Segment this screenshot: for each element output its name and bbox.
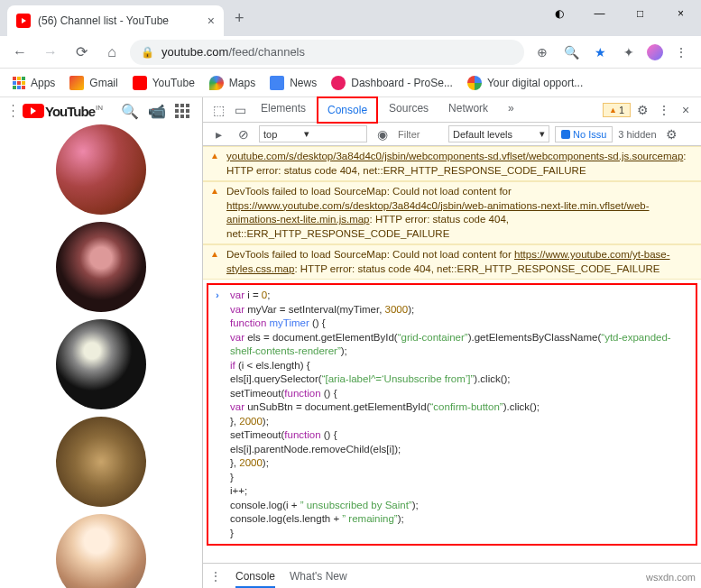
console-settings-icon[interactable]: ⚙	[662, 127, 682, 142]
channel-avatar[interactable]	[56, 514, 146, 588]
devtools-close-icon[interactable]: ×	[676, 103, 696, 117]
tab-title: (56) Channel list - YouTube	[38, 14, 200, 27]
drawer-tab-console[interactable]: Console	[235, 565, 275, 588]
tab-close-icon[interactable]: ×	[208, 14, 215, 28]
url-text: youtube.com/feed/channels	[161, 45, 305, 59]
devtools-tabs: ⬚ ▭ Elements Console Sources Network » 1…	[203, 97, 701, 123]
news-bookmark[interactable]: News	[264, 72, 322, 94]
sourcemap-link[interactable]: youtube.com/s/desktop/3a84d4c0/jsbin/web…	[226, 151, 683, 161]
browser-titlebar: (56) Channel list - YouTube × + ◐ — □ ×	[0, 0, 701, 36]
channel-avatar[interactable]	[56, 417, 146, 507]
context-select[interactable]: top▾	[259, 125, 367, 142]
clear-console-icon[interactable]: ⊘	[234, 127, 254, 142]
channel-list	[0, 124, 202, 588]
tab-sources[interactable]: Sources	[380, 96, 438, 124]
channel-avatar[interactable]	[56, 222, 146, 312]
new-tab-button[interactable]: +	[235, 9, 244, 28]
devtools-drawer: ⋮ Console What's New	[203, 563, 701, 588]
console-input[interactable]: var i = 0; var myVar = setInterval(myTim…	[207, 283, 697, 546]
hamburger-icon[interactable]	[13, 105, 14, 117]
issues-button[interactable]: No Issu	[555, 126, 613, 142]
channel-avatar[interactable]	[56, 319, 146, 409]
youtube-favicon	[16, 14, 31, 28]
youtube-page: YouTubeIN 🔍 📹	[0, 97, 202, 588]
tab-more[interactable]: »	[499, 96, 523, 124]
bookmark-star-icon[interactable]: ★	[587, 40, 613, 65]
tab-network[interactable]: Network	[439, 96, 497, 124]
address-bar: ← → ⟳ ⌂ 🔒 youtube.com/feed/channels ⊕ 🔍 …	[0, 36, 701, 69]
drawer-menu-icon[interactable]: ⋮	[210, 570, 221, 583]
console-body[interactable]: youtube.com/s/desktop/3a84d4c0/jsbin/web…	[203, 146, 701, 563]
window-controls: ◐ — □ ×	[539, 0, 701, 27]
console-warning: DevTools failed to load SourceMap: Could…	[203, 181, 701, 244]
create-icon[interactable]: 📹	[148, 102, 166, 120]
reload-button[interactable]: ⟳	[69, 40, 94, 65]
forward-button[interactable]: →	[38, 40, 63, 65]
settings-icon[interactable]: ⚙	[632, 103, 652, 117]
profile-avatar[interactable]	[645, 42, 665, 62]
device-toggle-icon[interactable]: ▭	[230, 103, 250, 117]
minimize-button[interactable]: —	[579, 0, 620, 27]
tab-elements[interactable]: Elements	[252, 96, 315, 124]
filter-input[interactable]	[398, 129, 443, 140]
youtube-bookmark[interactable]: YouTube	[127, 72, 200, 94]
maximize-button[interactable]: □	[620, 0, 660, 27]
levels-select[interactable]: Default levels▾	[448, 125, 549, 142]
drawer-tab-whatsnew[interactable]: What's New	[290, 570, 347, 583]
inspect-icon[interactable]: ⬚	[208, 103, 228, 117]
google-bookmark[interactable]: Your digital opport...	[462, 72, 588, 94]
console-filter-bar: ▸ ⊘ top▾ ◉ Default levels▾ No Issu 3 hid…	[203, 123, 701, 146]
console-warning: youtube.com/s/desktop/3a84d4c0/jsbin/web…	[203, 146, 701, 181]
home-button[interactable]: ⌂	[99, 40, 125, 65]
close-button[interactable]: ×	[660, 0, 701, 27]
hidden-count: 3 hidden	[618, 129, 656, 140]
search-icon[interactable]: 🔍	[121, 102, 139, 120]
apps-grid-icon[interactable]	[175, 102, 189, 120]
youtube-header: YouTubeIN 🔍 📹	[0, 97, 202, 124]
sidebar-toggle-icon[interactable]: ▸	[208, 127, 228, 142]
sourcemap-link[interactable]: https://www.youtube.com/yt-base-styles.c…	[226, 249, 670, 274]
bookmarks-bar: Apps Gmail YouTube Maps News Dashboard -…	[0, 69, 701, 97]
apps-bookmark[interactable]: Apps	[7, 73, 60, 93]
gmail-bookmark[interactable]: Gmail	[64, 72, 123, 94]
chrome-menu-icon[interactable]: ⋮	[669, 40, 694, 65]
sourcemap-link[interactable]: https://www.youtube.com/s/desktop/3a84d4…	[226, 200, 650, 225]
youtube-logo[interactable]: YouTubeIN	[23, 104, 103, 119]
tab-console[interactable]: Console	[317, 96, 378, 124]
channel-avatar[interactable]	[56, 124, 146, 215]
devtools-panel: ⬚ ▭ Elements Console Sources Network » 1…	[202, 97, 701, 588]
back-button[interactable]: ←	[7, 40, 32, 65]
console-warning: DevTools failed to load SourceMap: Could…	[203, 244, 701, 280]
lock-icon: 🔒	[141, 46, 154, 59]
browser-tab[interactable]: (56) Channel list - YouTube ×	[7, 5, 224, 36]
maps-bookmark[interactable]: Maps	[204, 72, 261, 94]
extensions-icon[interactable]: ✦	[616, 40, 641, 65]
devtools-menu-icon[interactable]: ⋮	[654, 103, 674, 117]
url-box[interactable]: 🔒 youtube.com/feed/channels	[130, 40, 524, 65]
warning-count[interactable]: 1	[603, 103, 631, 117]
install-icon[interactable]: ⊕	[530, 40, 555, 65]
dashboard-bookmark[interactable]: Dashboard - ProSe...	[326, 72, 458, 94]
watermark: wsxdn.com	[646, 572, 696, 583]
zoom-icon[interactable]: 🔍	[558, 40, 584, 65]
live-expression-icon[interactable]: ◉	[373, 127, 392, 142]
incognito-icon: ◐	[539, 0, 579, 27]
